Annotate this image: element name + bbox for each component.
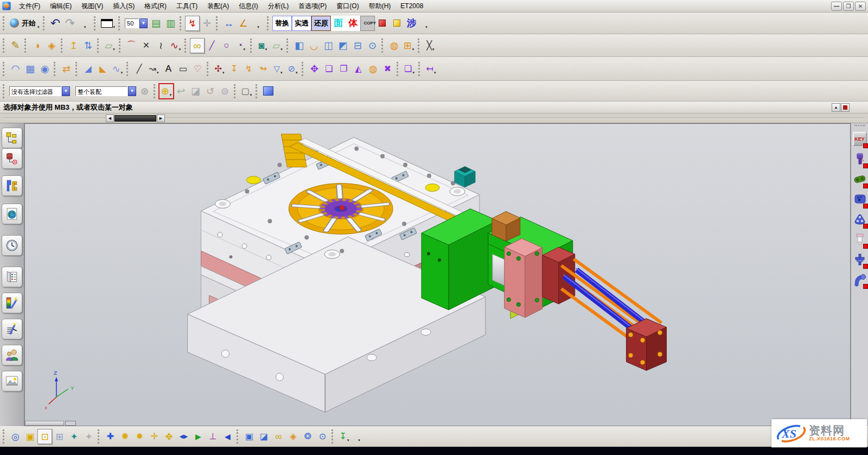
restore-button[interactable]: 还原 <box>311 16 331 31</box>
measure-body-icon[interactable]: ↤▾ <box>424 61 438 77</box>
unite-icon[interactable]: ⊟ <box>350 38 365 53</box>
visualization-button[interactable] <box>2 293 22 313</box>
toolbar-drag-handle[interactable] <box>119 39 123 53</box>
body-button[interactable]: 体 <box>346 16 360 31</box>
toolbar-drag-handle[interactable] <box>75 62 79 76</box>
ruled-surface-icon[interactable]: ◠ <box>8 61 23 77</box>
split-body-icon[interactable]: ◑ <box>30 38 44 53</box>
hole-icon[interactable]: ⊙ <box>365 38 380 53</box>
measure-dropdown[interactable]: ▾ <box>251 16 265 31</box>
object-color-swatch[interactable]: ▾ <box>99 16 117 31</box>
toolbar-drag-handle[interactable] <box>3 84 7 98</box>
toolbar-drag-handle[interactable] <box>24 39 28 53</box>
insert-part-item[interactable] <box>852 231 867 248</box>
circle-icon[interactable]: ○ <box>219 38 234 53</box>
studio-spline-icon-caret[interactable]: ▾ <box>157 71 159 76</box>
punch-part-item[interactable] <box>852 151 867 167</box>
xform-sheet-icon[interactable]: ∿▾ <box>110 61 125 77</box>
slider-left-arrow[interactable]: ◀ <box>106 115 114 122</box>
copy-object-icon[interactable]: ❏ <box>322 61 336 77</box>
undo-selection-icon[interactable]: ↩ <box>174 84 188 99</box>
menu-help[interactable]: 帮助(H) <box>364 1 396 12</box>
snap-point-icon[interactable]: ⊕▾ <box>159 84 174 99</box>
toolbar-drag-handle[interactable] <box>216 16 220 30</box>
rectangle-icon[interactable]: ▭ <box>176 61 190 77</box>
assembly-navigator-button[interactable] <box>2 128 22 148</box>
history-button[interactable] <box>2 235 22 256</box>
toolbar-drag-handle[interactable] <box>250 39 254 53</box>
art-spline-icon[interactable]: ♡ <box>190 61 205 77</box>
curve-fillet-icon[interactable]: ≀ <box>154 38 168 53</box>
orient-view-icon[interactable]: ↯ <box>185 16 200 31</box>
close-button[interactable]: ✕ <box>855 2 866 11</box>
menu-assemblies[interactable]: 装配(A) <box>202 1 234 12</box>
elbow-part-item[interactable] <box>852 271 867 288</box>
transform-object-icon[interactable]: ◭ <box>351 61 366 77</box>
section-curve-icon-caret[interactable]: ▾ <box>280 71 283 76</box>
solid-transparent-button[interactable]: 实透 <box>292 16 311 31</box>
toolbar-drag-handle[interactable] <box>3 39 7 53</box>
delete-face-icon[interactable]: ╳▾ <box>423 38 438 53</box>
tube-icon-caret[interactable]: ▾ <box>296 71 298 76</box>
open-component-icon[interactable]: ▣ <box>23 429 37 444</box>
snapshot-icon[interactable]: ✦ <box>67 429 81 444</box>
mirror-assembly-icon[interactable]: ◀▶ <box>176 429 191 444</box>
trim-curve-icon[interactable]: ✕ <box>139 38 154 53</box>
constraint-navigator-button[interactable] <box>2 148 22 169</box>
toolbar-drag-handle[interactable] <box>397 62 400 76</box>
toolbar-drag-handle[interactable] <box>3 62 7 76</box>
block-part-item[interactable] <box>852 191 867 207</box>
plate-part-item[interactable] <box>852 211 867 228</box>
feature-pattern-icon-caret[interactable]: ▾ <box>412 47 414 53</box>
reset-filter-icon[interactable]: ↺ <box>203 84 218 99</box>
toolbar-drag-handle[interactable] <box>331 429 335 444</box>
pattern-component-icon[interactable]: ✹ <box>132 429 147 444</box>
sketch-shape-icon[interactable]: ◙▾ <box>256 38 270 53</box>
join-curve-icon-caret[interactable]: ▾ <box>179 47 181 53</box>
line-icon[interactable]: ╱ <box>205 38 219 53</box>
row1-more-dropdown-caret[interactable]: ▾ <box>425 25 427 30</box>
delete-object-icon[interactable]: ✖ <box>380 61 395 77</box>
move-to-layer-icon[interactable]: ▥ <box>163 16 178 31</box>
toolbar-drag-handle[interactable] <box>118 16 122 30</box>
shaded-cube-icon[interactable] <box>375 16 390 31</box>
toolbar-drag-handle[interactable] <box>418 39 422 53</box>
new-component-icon[interactable]: ✺ <box>118 429 132 444</box>
section-curve-icon[interactable]: ▽▾ <box>271 61 285 77</box>
perpendicular-constraint-icon[interactable]: ⊥ <box>206 429 220 444</box>
restore-button[interactable]: ❐ <box>843 2 854 11</box>
project-curve-icon[interactable]: ↧ <box>227 61 241 77</box>
cue-scroll-marker[interactable] <box>841 103 850 112</box>
through-curve-mesh-icon[interactable]: ▦ <box>23 61 37 77</box>
slider-thumb[interactable] <box>114 115 156 122</box>
extract-body-icon[interactable]: ◩ <box>336 38 350 53</box>
show-product-outline-icon[interactable]: ⊞ <box>52 429 67 444</box>
fillet-curve-icon[interactable]: ⌒ <box>124 38 139 53</box>
bottom-more-dropdown-caret[interactable]: ▾ <box>358 438 360 444</box>
sew-icon[interactable]: ◣ <box>95 61 110 77</box>
measure-dropdown-caret[interactable]: ▾ <box>257 25 259 30</box>
cue-scroll-up-button[interactable]: ▲ <box>832 103 840 112</box>
hscroll-thumb[interactable] <box>65 421 76 426</box>
roles-button[interactable] <box>2 345 22 365</box>
undo-button[interactable]: ↶ <box>48 16 63 31</box>
move-component-icon[interactable]: ✥ <box>162 429 176 444</box>
toolbar-drag-handle[interactable] <box>61 39 65 53</box>
studio-spline-icon[interactable]: ↝▾ <box>146 61 161 77</box>
add-component-icon[interactable]: ✚ <box>103 429 118 444</box>
swept-icon[interactable]: ◡ <box>307 38 321 53</box>
join-curve-icon[interactable]: ∿▾ <box>168 38 183 53</box>
toolbar-drag-handle[interactable] <box>126 62 130 76</box>
menu-format[interactable]: 格式(R) <box>139 1 171 12</box>
trimmed-sheet-icon[interactable]: ◢ <box>81 61 95 77</box>
arc-icon-caret[interactable]: ▾ <box>243 47 245 53</box>
face-button[interactable]: 面 <box>331 16 346 31</box>
link-part-item[interactable] <box>852 171 867 187</box>
interpart-chain-icon[interactable]: ∞ <box>271 429 286 444</box>
offset-surface-icon[interactable]: ⇅ <box>81 38 95 53</box>
hscroll-track-piece[interactable] <box>25 421 64 426</box>
menu-preferences[interactable]: 首选项(P) <box>293 1 331 12</box>
sketch-icon[interactable]: ✎ <box>8 38 23 53</box>
show-hide-component-icon[interactable]: ⊡ <box>37 429 52 444</box>
toolbar-drag-handle[interactable] <box>43 16 47 30</box>
